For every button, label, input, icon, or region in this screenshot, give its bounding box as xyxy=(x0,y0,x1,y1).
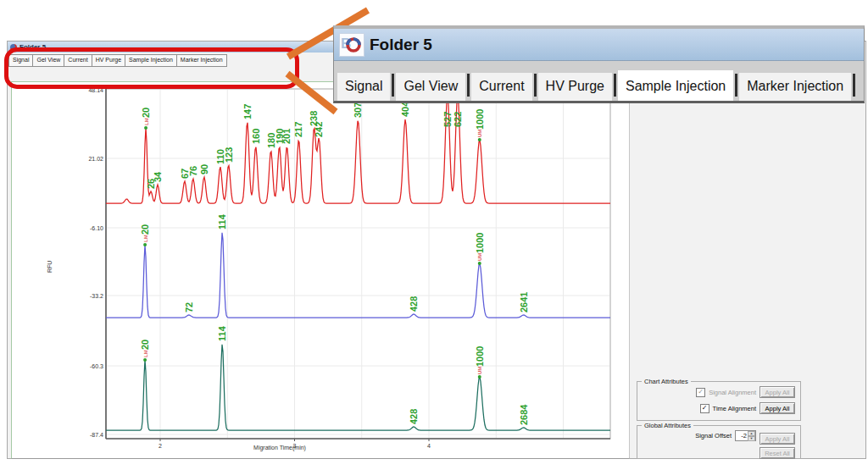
tab-large-marker-injection[interactable]: Marker Injection xyxy=(739,73,851,101)
time-alignment-label: Time Alignment xyxy=(713,405,756,412)
tab-divider xyxy=(614,74,616,97)
signal-alignment-label: Signal Alignment xyxy=(709,389,756,396)
tab-divider xyxy=(467,74,470,97)
signal-offset-value: -2 xyxy=(736,431,748,440)
window-title: Folder 5 xyxy=(19,44,46,51)
time-alignment-checkbox[interactable]: ✓ xyxy=(700,404,709,413)
tab-small-sample-injection[interactable]: Sample Injection xyxy=(125,54,176,67)
signal-offset-apply-all-button[interactable]: Apply All xyxy=(760,433,795,445)
tab-divider xyxy=(392,74,394,97)
time-alignment-apply-all-button[interactable]: Apply All xyxy=(760,402,795,414)
signal-alignment-apply-all-button[interactable]: Apply All xyxy=(760,386,795,398)
spinner-down-icon[interactable]: ▼ xyxy=(748,436,755,441)
app-logo-icon xyxy=(10,44,17,51)
tab-large-signal[interactable]: Signal xyxy=(337,73,390,101)
callout-titlebar: B Folder 5 xyxy=(334,29,864,61)
signal-alignment-checkbox[interactable]: ✓ xyxy=(696,388,705,397)
tab-small-gel-view[interactable]: Gel View xyxy=(32,54,64,67)
signal-offset-label: Signal Offset xyxy=(695,432,732,440)
tab-bar-large: SignalGel ViewCurrentHV PurgeSample Inje… xyxy=(334,61,864,101)
tab-large-hv-purge[interactable]: HV Purge xyxy=(538,73,612,101)
tab-divider xyxy=(534,74,537,97)
tab-divider xyxy=(735,74,737,97)
chart-panel[interactable] xyxy=(11,81,630,459)
tab-bar-small: SignalGel ViewCurrentHV PurgeSample Inje… xyxy=(8,54,227,67)
signal-offset-spinner[interactable]: -2 ▲ ▼ xyxy=(735,430,756,441)
tab-small-marker-injection[interactable]: Marker Injection xyxy=(176,54,227,67)
tab-large-current[interactable]: Current xyxy=(471,73,531,101)
zoom-callout-window: B Folder 5 SignalGel ViewCurrentHV Purge… xyxy=(333,25,865,103)
global-attributes-group: Global Attributes Signal Offset -2 ▲ ▼ A… xyxy=(637,425,801,459)
bio-logo-icon: B xyxy=(339,33,364,57)
chart-attributes-title: Chart Attributes xyxy=(642,378,691,385)
tab-large-sample-injection[interactable]: Sample Injection xyxy=(618,70,733,101)
tab-small-hv-purge[interactable]: HV Purge xyxy=(92,54,125,67)
chart-attributes-group: Chart Attributes ✓ Signal Alignment Appl… xyxy=(637,381,801,421)
tab-small-signal[interactable]: Signal xyxy=(8,54,32,67)
tab-divider xyxy=(853,74,855,97)
signal-offset-reset-all-button[interactable]: Reset All xyxy=(760,447,795,459)
page: Folder 5 SignalGel ViewCurrentHV PurgeSa… xyxy=(0,0,868,470)
tab-large-gel-view[interactable]: Gel View xyxy=(396,73,465,101)
callout-title: Folder 5 xyxy=(370,36,432,54)
global-attributes-title: Global Attributes xyxy=(642,422,693,429)
tab-small-current[interactable]: Current xyxy=(64,54,91,67)
